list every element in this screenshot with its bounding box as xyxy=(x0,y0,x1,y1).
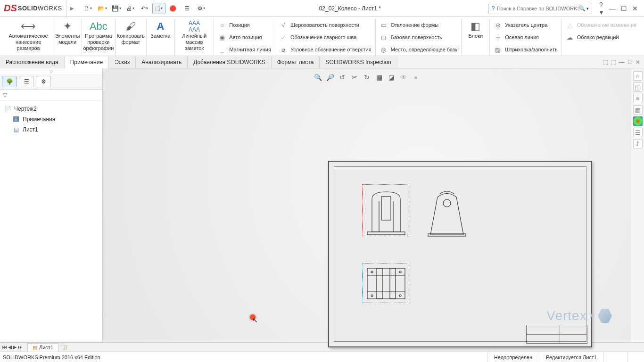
new-button[interactable]: 🗋 xyxy=(82,3,95,14)
child-maximize-button[interactable]: ☐ xyxy=(627,59,633,66)
child-close-button[interactable]: ✕ xyxy=(636,59,640,66)
cmd-format-painter[interactable]: 🖌 Копировать формат xyxy=(116,19,147,56)
rebuild-button[interactable]: 🔴 xyxy=(166,3,180,14)
forum-tab-icon[interactable]: ⤴ xyxy=(633,139,643,148)
configuration-manager-tab[interactable]: ⚙ xyxy=(36,76,51,87)
svg-point-14 xyxy=(399,295,401,296)
cmd-weld-symbol[interactable]: ⟋Обозначение сварного шва xyxy=(279,32,372,42)
zoom-area-button[interactable]: 🔎 xyxy=(325,72,335,82)
tree-root[interactable]: 📄 Чертеж2 xyxy=(2,104,100,114)
cmd-revision-symbol: △Обозначение изменения xyxy=(566,20,636,30)
help-dropdown[interactable]: ? ▾ xyxy=(597,1,605,16)
tab-view-layout[interactable]: Расположение вида xyxy=(0,56,65,68)
cmd-balloon[interactable]: ○Позиция xyxy=(218,20,271,30)
settings-button[interactable]: ⚙ xyxy=(195,3,208,14)
tree-annotations[interactable]: 🅰 Примечания xyxy=(2,114,100,124)
select-button[interactable]: ⬚ xyxy=(152,3,165,14)
cmd-auto-balloon[interactable]: ◉Авто-позиция xyxy=(218,32,271,42)
zoom-fit-button[interactable]: 🔍 xyxy=(313,72,323,82)
next-sheet-button[interactable]: ▶ xyxy=(13,344,17,350)
cmd-surface-finish[interactable]: √Шероховатость поверхности xyxy=(279,20,372,30)
status-unit-system[interactable] xyxy=(603,352,627,362)
last-sheet-button[interactable]: ⏭ xyxy=(17,344,23,350)
design-library-tab-icon[interactable]: ≡ xyxy=(633,94,643,103)
task-pane: ⌂ ◫ ≡ ▦ ☰ ⤴ xyxy=(631,68,644,342)
close-button[interactable]: ✕ xyxy=(631,5,639,12)
collapse-ribbon-icon[interactable]: ▶ xyxy=(66,6,78,11)
hole-icon: ⌀ xyxy=(279,45,288,54)
model-items-icon: ✦ xyxy=(63,20,72,33)
feature-manager-tab[interactable]: 🌳 xyxy=(2,76,17,87)
datum-target-icon: ◎ xyxy=(380,45,388,54)
cmd-centerline[interactable]: ┼Осевая линия xyxy=(494,32,557,42)
drawing-view-front[interactable] xyxy=(362,184,409,236)
add-sheet-button[interactable]: ◫ xyxy=(58,344,71,350)
search-dropdown-icon[interactable]: ▾ xyxy=(586,6,589,11)
tab-inspection[interactable]: SOLIDWORKS Inspection xyxy=(320,56,397,68)
tree-sheet1[interactable]: ▤ Лист1 xyxy=(2,124,100,135)
print-button[interactable]: 🖨 xyxy=(124,3,137,14)
cmd-note[interactable]: A Заметка xyxy=(147,19,175,56)
cmd-datum-feature[interactable]: ◻Базовая поверхность xyxy=(380,32,458,42)
resources-tab-icon[interactable]: ◫ xyxy=(633,82,643,92)
title-block[interactable] xyxy=(526,325,587,344)
help-search-input[interactable] xyxy=(497,6,578,11)
appearance-button[interactable]: ● xyxy=(411,72,421,82)
file-explorer-tab-icon[interactable]: ▦ xyxy=(633,105,643,115)
prev-sheet-button[interactable]: ◀ xyxy=(8,344,12,350)
blocks-icon: ◧ xyxy=(471,20,480,33)
cmd-center-mark[interactable]: ⊕Указатель центра xyxy=(494,20,557,30)
cmd-geometric-tolerance[interactable]: ▭Отклонение формы xyxy=(380,20,458,30)
custom-props-tab-icon[interactable]: ☰ xyxy=(633,128,643,137)
cmd-spell-check[interactable]: Abc Программа проверки орфографии xyxy=(82,19,116,56)
view-settings-button[interactable]: 👁 xyxy=(398,72,409,82)
first-sheet-button[interactable]: ⏮ xyxy=(2,344,7,350)
cmd-blocks[interactable]: ◧ Блоки xyxy=(462,19,490,56)
section-view-button[interactable]: ✂ xyxy=(349,72,360,82)
appearances-tab-icon[interactable] xyxy=(633,116,643,126)
tab-annotation[interactable]: Примечание xyxy=(65,57,109,68)
sheet-tab-1[interactable]: ▤ Лист1 xyxy=(27,343,58,352)
sheet-tab-icon: ▤ xyxy=(33,345,37,351)
dimension-icon: ⟷ xyxy=(21,20,36,33)
main-area: ○ 🌳 ☰ ⚙ ▽ 📄 Чертеж2 🅰 Примечания ▤ Лист1… xyxy=(0,68,644,342)
cmd-auto-dimension[interactable]: ⟷ Автоматическое нанесение размеров xyxy=(4,19,53,56)
cmd-area-hatch[interactable]: ▨Штриховка/заполнить xyxy=(494,44,557,55)
ribbon-symbols-group: √Шероховатость поверхности ⟋Обозначение … xyxy=(275,19,376,56)
expand-panel-icon-2[interactable]: ⬚ xyxy=(611,59,616,66)
tab-sketch[interactable]: Эскиз xyxy=(109,56,136,68)
tab-sheet-format[interactable]: Формат листа xyxy=(272,56,320,68)
cmd-magnetic-line[interactable]: ⎯Магнитная линия xyxy=(218,44,271,55)
tab-evaluate[interactable]: Анализировать xyxy=(136,56,188,68)
child-minimize-button[interactable]: — xyxy=(619,59,625,66)
home-tab-icon[interactable]: ⌂ xyxy=(633,71,643,81)
cmd-hole-callout[interactable]: ⌀Условное обозначение отверстия xyxy=(279,44,372,55)
graphics-area[interactable]: 🔍 🔎 ↺ ✂ ↻ ▦ ◪ 👁 ● xyxy=(103,68,631,342)
help-search[interactable]: ? 🔍 ▾ xyxy=(488,3,592,14)
drawing-view-top[interactable] xyxy=(362,263,409,303)
undo-button[interactable]: ↶ xyxy=(138,3,151,14)
drawing-view-side[interactable] xyxy=(426,190,468,237)
rotate-button[interactable]: ↻ xyxy=(362,72,372,82)
cmd-datum-target[interactable]: ◎Место, определяющее базу xyxy=(380,44,458,55)
status-extra[interactable] xyxy=(627,352,641,362)
cmd-model-items[interactable]: ✦ Элементы модели xyxy=(53,19,82,56)
maximize-button[interactable]: ☐ xyxy=(619,5,628,12)
save-button[interactable]: 💾 xyxy=(110,3,123,14)
hide-show-button[interactable]: ◪ xyxy=(386,72,396,82)
open-button[interactable]: 📂 xyxy=(96,3,109,14)
search-icon[interactable]: 🔍 xyxy=(578,5,586,12)
app-logo[interactable]: DS SOLIDWORKS xyxy=(0,0,66,16)
status-edition: SOLIDWORKS Premium 2016 x64 Edition xyxy=(3,354,100,360)
cmd-revision-cloud[interactable]: ☁Облако редакций xyxy=(566,32,636,42)
options-list-button[interactable]: ☰ xyxy=(181,3,194,14)
watermark-logo-icon xyxy=(598,309,612,323)
cmd-linear-note-pattern[interactable]: AAAAAA Линейный массив заметок xyxy=(175,19,214,56)
expand-panel-icon[interactable]: ⬚ xyxy=(603,59,608,66)
display-style-button[interactable]: ▦ xyxy=(374,72,384,82)
filter-bar[interactable]: ▽ xyxy=(0,90,102,101)
property-manager-tab[interactable]: ☰ xyxy=(19,76,34,87)
tab-addins[interactable]: Добавления SOLIDWORKS xyxy=(188,56,272,68)
minimize-button[interactable]: — xyxy=(608,5,617,12)
prev-view-button[interactable]: ↺ xyxy=(337,72,347,82)
